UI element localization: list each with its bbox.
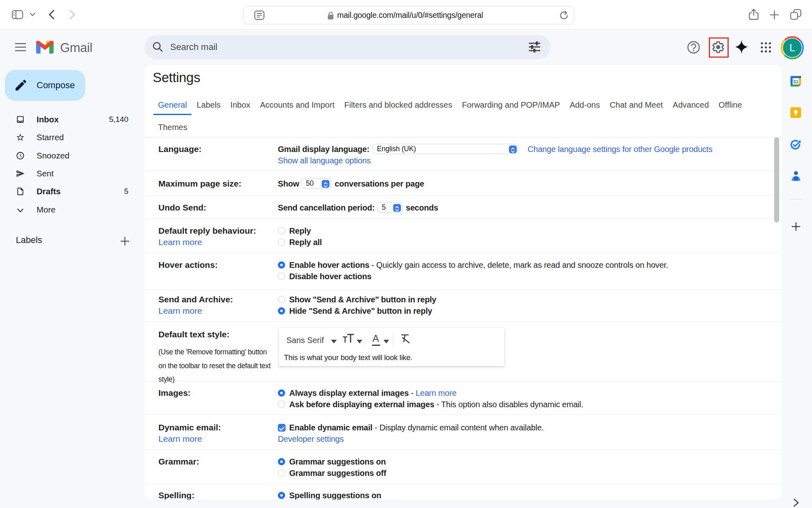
svg-text:31: 31 (793, 79, 799, 84)
svg-text:L: L (790, 42, 795, 53)
